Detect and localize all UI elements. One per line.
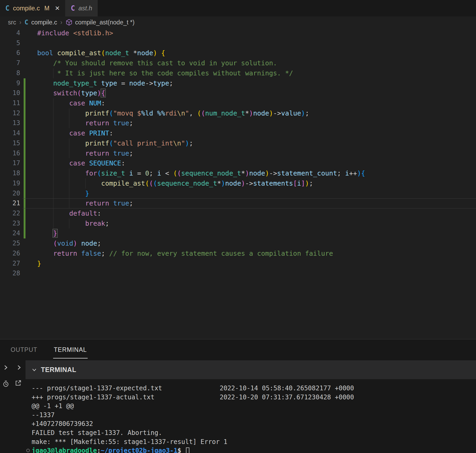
code-line[interactable]: 10 switch(type){ (0, 88, 476, 98)
terminal-line: +++ progs/stage1-1337-actual.txt 2022-10… (32, 393, 476, 402)
code-line[interactable]: 5 (0, 38, 476, 48)
git-added-gutter-bar (24, 78, 26, 88)
git-added-gutter-bar (24, 178, 26, 189)
code-line[interactable]: 14 case PRINT: (0, 128, 476, 138)
terminal-cursor (186, 447, 189, 453)
panel-tab-terminal[interactable]: TERMINAL (54, 339, 87, 360)
git-added-gutter-bar (24, 208, 26, 219)
line-number: 19 (0, 178, 20, 189)
git-added-gutter-bar (24, 108, 26, 118)
terminal-line: --1337 (32, 411, 476, 420)
line-number: 13 (0, 118, 20, 128)
code-line[interactable]: 24 } (0, 228, 476, 238)
git-added-gutter-bar (24, 128, 26, 138)
line-number: 28 (0, 268, 20, 279)
code-line[interactable]: 20 } (0, 189, 476, 199)
prompt-symbol: $ (177, 447, 185, 453)
code-line[interactable]: 9 node_type_t type = node->type; (0, 78, 476, 88)
git-added-gutter-bar (24, 189, 26, 199)
git-added-gutter-bar (24, 228, 26, 238)
line-number: 4 (0, 28, 20, 38)
terminal-output[interactable]: --- progs/stage1-1337-expected.txt 2022-… (26, 379, 476, 453)
symbol-cube-icon (66, 19, 73, 26)
line-number: 10 (0, 88, 20, 98)
line-number: 23 (0, 219, 20, 229)
chevron-right-icon[interactable] (15, 364, 22, 372)
code-text: } (37, 228, 476, 238)
code-line[interactable]: 4#include <stdlib.h> (0, 28, 476, 38)
chevron-right-icon[interactable] (2, 364, 9, 372)
code-line[interactable]: 8 * It is just here so the code compiles… (0, 68, 476, 78)
line-number: 15 (0, 138, 20, 148)
code-text: return true; (37, 148, 476, 159)
code-line[interactable]: 27} (0, 259, 476, 269)
prompt-path: ~/project02b-jgao3-1 (101, 447, 177, 453)
code-text: } (37, 189, 476, 199)
c-file-icon: C (24, 19, 28, 26)
line-number: 5 (0, 38, 20, 48)
git-added-gutter-bar (24, 219, 26, 229)
code-line[interactable]: 13 return true; (0, 118, 476, 128)
code-line[interactable]: 11 case NUM: (0, 98, 476, 108)
git-added-gutter-bar (24, 168, 26, 178)
code-text: compile_ast(((sequence_node_t*)node)->st… (37, 178, 476, 189)
watch-icon[interactable] (2, 380, 10, 388)
terminal-view-label: TERMINAL (41, 366, 76, 374)
chevron-down-icon (31, 367, 37, 373)
line-number: 18 (0, 168, 20, 178)
code-line[interactable]: 21 return true; (0, 198, 476, 208)
terminal-prompt[interactable]: jgao3@labradoodle:~/project02b-jgao3-1$ (32, 446, 476, 453)
close-icon[interactable]: ✕ (55, 5, 60, 12)
chevron-right-icon: › (19, 19, 22, 26)
line-number: 20 (0, 189, 20, 199)
git-added-gutter-bar (24, 138, 26, 148)
code-text: case PRINT: (37, 128, 476, 138)
line-number: 14 (0, 128, 20, 138)
git-added-gutter-bar (24, 148, 26, 159)
vscode-window: C compile.c M ✕ C ast.h src › C compile.… (0, 0, 476, 453)
code-line[interactable]: 15 printf("call print_int\n"); (0, 138, 476, 148)
line-number: 6 (0, 48, 20, 58)
code-line[interactable]: 7 /* You should remove this cast to void… (0, 58, 476, 68)
terminal-header[interactable]: TERMINAL (26, 360, 476, 379)
code-line[interactable]: 17 case SEQUENCE: (0, 158, 476, 168)
external-link-icon[interactable] (14, 379, 22, 388)
code-line[interactable]: 28 (0, 268, 476, 279)
editor[interactable]: 4#include <stdlib.h>56bool compile_ast(n… (0, 28, 476, 339)
tab-ast-h[interactable]: C ast.h (65, 0, 98, 16)
code-line[interactable]: 16 return true; (0, 148, 476, 159)
tab-bar: C compile.c M ✕ C ast.h (0, 0, 476, 16)
prompt-separator: : (97, 447, 101, 453)
breadcrumb: src › C compile.c › compile_ast(node_t *… (0, 16, 476, 28)
code-line[interactable]: 25 (void) node; (0, 238, 476, 249)
panel-tab-bar: OUTPUT TERMINAL (0, 339, 476, 360)
code-line[interactable]: 6bool compile_ast(node_t *node) { (0, 48, 476, 58)
code-line[interactable]: 26 return false; // for now, every state… (0, 249, 476, 259)
code-text: } (37, 259, 476, 269)
code-text: printf("movq $%ld %%rdi\n", ((num_node_t… (37, 108, 476, 118)
line-number: 27 (0, 259, 20, 269)
tab-compile-c[interactable]: C compile.c M ✕ (0, 0, 65, 16)
prompt-user: jgao3@labradoodle (32, 447, 97, 453)
code-line[interactable]: 22 default: (0, 208, 476, 219)
breadcrumb-item-src[interactable]: src (8, 19, 16, 26)
code-line[interactable]: 23 break; (0, 219, 476, 229)
code-line[interactable]: 19 compile_ast(((sequence_node_t*)node)-… (0, 178, 476, 189)
code-line[interactable]: 18 for(size_t i = 0; i < ((sequence_node… (0, 168, 476, 178)
chevron-right-icon: › (60, 19, 62, 26)
line-number: 17 (0, 158, 20, 168)
code-text: case NUM: (37, 98, 476, 108)
breadcrumb-item-symbol[interactable]: compile_ast(node_t *) (75, 19, 135, 26)
git-added-gutter-bar (24, 118, 26, 128)
line-number: 9 (0, 78, 20, 88)
code-text: switch(type){ (37, 88, 476, 98)
breadcrumb-item-file[interactable]: compile.c (31, 19, 57, 26)
line-number: 12 (0, 108, 20, 118)
code-line[interactable]: 12 printf("movq $%ld %%rdi\n", ((num_nod… (0, 108, 476, 118)
panel-tab-output[interactable]: OUTPUT (11, 339, 37, 360)
tab-label: ast.h (78, 5, 92, 12)
terminal-line: @@ -1 +1 @@ (32, 402, 476, 411)
git-added-gutter-bar (24, 98, 26, 108)
code-text: printf("call print_int\n"); (37, 138, 476, 148)
code-text: return false; // for now, every statemen… (37, 249, 476, 259)
